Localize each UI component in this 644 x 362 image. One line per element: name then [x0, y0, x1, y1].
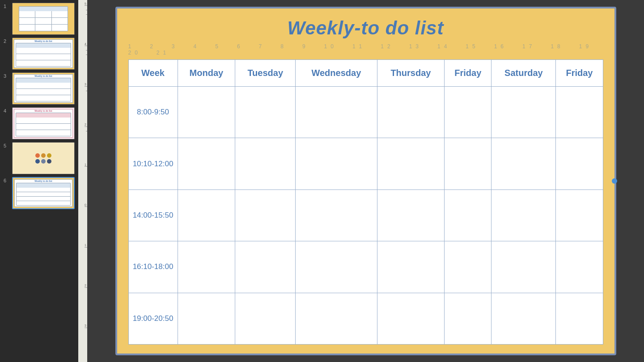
ruler-mark-n3: 3	[78, 324, 87, 327]
cell-fri-5[interactable]	[445, 293, 491, 344]
cell-sat-5[interactable]	[491, 293, 556, 344]
slide-thumb-6[interactable]: Weekly to do list	[12, 177, 75, 209]
slide-item-3[interactable]: 3 Weekly to do list	[4, 72, 75, 105]
slide-thumb-3[interactable]: Weekly to do list	[12, 72, 75, 105]
slide-thumb-1[interactable]	[12, 3, 75, 35]
slide-number-1: 1	[4, 3, 10, 9]
cell-fri2-3[interactable]	[556, 189, 603, 241]
slide-item-4[interactable]: 4 Weekly to do list	[4, 107, 75, 139]
slide-item-1[interactable]: 1	[4, 3, 75, 35]
cell-mon-3[interactable]	[178, 189, 235, 241]
cell-sat-1[interactable]	[491, 87, 556, 138]
cell-wed-1[interactable]	[296, 87, 377, 138]
ruler-mark-n1: 1	[78, 244, 87, 247]
slide-number-3: 3	[4, 72, 10, 79]
col-header-week: Week	[128, 60, 178, 87]
slide-panel: 1 2 Weekly to do list	[0, 0, 78, 362]
cell-fri-1[interactable]	[445, 87, 491, 138]
cell-fri2-4[interactable]	[556, 241, 603, 293]
col-header-friday: Friday	[445, 60, 491, 87]
cell-wed-3[interactable]	[296, 189, 377, 241]
slide-content: Weekly-to do list 1 2 3 4 5 6 7 8 9 10 1…	[115, 7, 616, 355]
cell-fri2-2[interactable]	[556, 138, 603, 189]
cell-fri-2[interactable]	[445, 138, 491, 189]
ruler-mark-2: 2	[78, 123, 87, 126]
cell-thu-5[interactable]	[377, 293, 445, 344]
cell-sat-4[interactable]	[491, 241, 556, 293]
time-cell-4: 16:10-18:00	[128, 241, 178, 293]
col-header-saturday: Saturday	[491, 60, 556, 87]
slide-title: Weekly-to do list	[288, 17, 444, 39]
slide-item-2[interactable]: 2 Weekly to do list	[4, 38, 75, 70]
cell-thu-1[interactable]	[377, 87, 445, 138]
cell-tue-4[interactable]	[235, 241, 296, 293]
time-cell-1: 8:00-9:50	[128, 87, 178, 138]
cell-sat-3[interactable]	[491, 189, 556, 241]
ruler-mark-1: 1	[78, 163, 87, 166]
slide-number-5: 5	[4, 142, 10, 148]
cell-fri2-1[interactable]	[556, 87, 603, 138]
ruler-mark-0: 0	[78, 203, 87, 206]
col-header-friday2: Friday	[556, 60, 603, 87]
table-row: 8:00-9:50	[128, 87, 603, 138]
slide-thumb-4[interactable]: Weekly to do list	[12, 107, 75, 139]
resize-handle[interactable]	[612, 178, 617, 184]
table-row: 16:10-18:00	[128, 241, 603, 293]
col-header-thursday: Thursday	[377, 60, 445, 87]
cell-mon-1[interactable]	[178, 87, 235, 138]
cell-sat-2[interactable]	[491, 138, 556, 189]
ruler-mark-n2: 2	[78, 284, 87, 287]
ruler: 5 4 3 2 1 0 1 2 3	[78, 0, 87, 362]
table-header-row: Week Monday Tuesday Wednesday Thursday F…	[128, 60, 603, 87]
dates-row: 1 2 3 4 5 6 7 8 9 10 11 12 13 14 15 16 1…	[128, 43, 603, 56]
slide-thumb-5[interactable]	[12, 142, 75, 174]
col-header-tuesday: Tuesday	[235, 60, 296, 87]
slide-number-6: 6	[4, 177, 10, 183]
main-canvas: Weekly-to do list 1 2 3 4 5 6 7 8 9 10 1…	[87, 0, 644, 362]
slide-thumb-2[interactable]: Weekly to do list	[12, 38, 75, 70]
table-row: 19:00-20:50	[128, 293, 603, 344]
col-header-monday: Monday	[178, 60, 235, 87]
cell-tue-5[interactable]	[235, 293, 296, 344]
cell-thu-3[interactable]	[377, 189, 445, 241]
cell-mon-5[interactable]	[178, 293, 235, 344]
ruler-mark-3: 3	[78, 83, 87, 86]
cell-tue-2[interactable]	[235, 138, 296, 189]
cell-thu-2[interactable]	[377, 138, 445, 189]
table-row: 14:00-15:50	[128, 189, 603, 241]
ruler-mark-4: 4	[78, 42, 87, 46]
cell-fri-3[interactable]	[445, 189, 491, 241]
cell-tue-3[interactable]	[235, 189, 296, 241]
time-cell-3: 14:00-15:50	[128, 189, 178, 241]
cell-fri-4[interactable]	[445, 241, 491, 293]
time-cell-2: 10:10-12:00	[128, 138, 178, 189]
cell-tue-1[interactable]	[235, 87, 296, 138]
ruler-mark-5: 5	[78, 2, 87, 5]
table-row: 10:10-12:00	[128, 138, 603, 189]
slide-item-5[interactable]: 5	[4, 142, 75, 174]
cell-wed-2[interactable]	[296, 138, 377, 189]
cell-mon-2[interactable]	[178, 138, 235, 189]
slide-number-2: 2	[4, 38, 10, 44]
slide-number-4: 4	[4, 107, 10, 114]
col-header-wednesday: Wednesday	[296, 60, 377, 87]
weekly-table: Week Monday Tuesday Wednesday Thursday F…	[128, 59, 603, 345]
time-cell-5: 19:00-20:50	[128, 293, 178, 344]
slide-item-6[interactable]: 6 Weekly to do list	[4, 177, 75, 209]
cell-thu-4[interactable]	[377, 241, 445, 293]
cell-mon-4[interactable]	[178, 241, 235, 293]
cell-fri2-5[interactable]	[556, 293, 603, 344]
cell-wed-4[interactable]	[296, 241, 377, 293]
cell-wed-5[interactable]	[296, 293, 377, 344]
